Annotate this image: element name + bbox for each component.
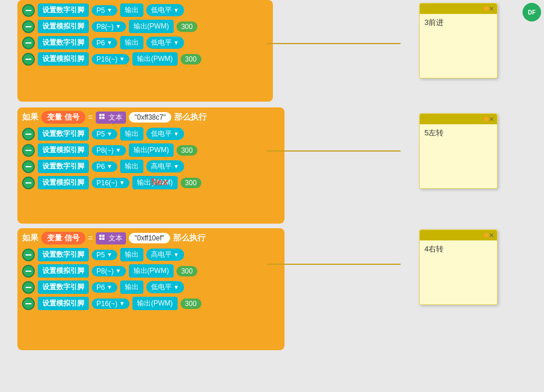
connector-line-top <box>267 35 401 52</box>
dir-label: 输出(PWM) <box>132 52 177 66</box>
minus-button[interactable] <box>22 160 35 173</box>
logo-text: DF <box>528 9 535 16</box>
dir-label: 输出 <box>120 280 143 294</box>
port-pill[interactable]: P5 ▼ <box>92 250 117 260</box>
dir-label: 输出 <box>120 36 143 49</box>
instr-row: 设置模拟引脚 P16(~) ▼ 输出(PWM) 300 <box>22 297 280 310</box>
port-pill[interactable]: P16(~) ▼ <box>92 178 129 188</box>
level-pill[interactable]: 高电平 ▼ <box>146 160 184 172</box>
grid-icon <box>99 235 106 242</box>
minus-button[interactable] <box>22 249 35 261</box>
if-header-row: 如果 变量 信号 = 文本 "0xff38c7" 那么执行 <box>22 111 280 124</box>
instr-row: 设置模拟引脚 P8(~) ▼ 输出(PWM) 300 <box>22 264 280 278</box>
dir-label: 输出(PWM) <box>132 297 177 310</box>
text-block: 文本 <box>96 112 126 124</box>
sticky-dot <box>484 117 489 121</box>
dir-label: 输出 <box>120 248 143 261</box>
sticky-header: ✕ <box>420 114 497 124</box>
port-pill[interactable]: P16(~) ▼ <box>92 299 129 309</box>
instr-label: 设置模拟引脚 <box>38 297 89 310</box>
hex-value: "0xff38c7" <box>129 112 172 123</box>
instr-label: 设置模拟引脚 <box>38 264 89 278</box>
instr-row: 设置模拟引脚 P16(~) ▼ 输出(PWM) 300 <box>22 52 268 66</box>
instr-label: 设置数字引脚 <box>38 280 89 294</box>
instr-label: 设置数字引脚 <box>38 248 89 261</box>
minus-button[interactable] <box>22 53 35 66</box>
top-block: 设置数字引脚 P5 ▼ 输出 低电平 ▼ 设置模拟引脚 P8(~) ▼ 输出(P… <box>17 0 273 102</box>
var-pill[interactable]: 变量 信号 <box>41 232 85 244</box>
minus-button[interactable] <box>22 281 35 294</box>
instr-label: 设置数字引脚 <box>38 160 89 173</box>
df-logo: DF <box>523 3 541 21</box>
minus-button[interactable] <box>22 4 35 17</box>
canvas: DF 设置数字引脚 P5 ▼ 输出 低电平 ▼ 设置模拟引脚 P8(~) ▼ 输… <box>0 0 544 392</box>
eq-label: = <box>88 233 93 243</box>
sticky-close-button[interactable]: ✕ <box>489 5 494 13</box>
instr-row: 设置模拟引脚 P8(~) ▼ 输出(PWM) 300 <box>22 143 280 157</box>
level-pill[interactable]: 低电平 ▼ <box>146 281 184 293</box>
sticky-note-right: ✕ 4右转 <box>419 229 498 305</box>
pwm-value: 300 <box>176 145 197 156</box>
bot-block: 如果 变量 信号 = 文本 "0xff10ef" 那么执行 设置数字引脚 P5 … <box>17 228 284 350</box>
dir-label: 输出 <box>120 160 143 173</box>
text-block: 文本 <box>96 232 126 244</box>
instr-label: 设置数字引脚 <box>38 36 89 49</box>
sticky-header: ✕ <box>420 230 497 240</box>
level-pill[interactable]: 高电平 ▼ <box>146 249 184 261</box>
if-header-row: 如果 变量 信号 = 文本 "0xff10ef" 那么执行 <box>22 232 280 244</box>
instr-row: 设置数字引脚 P6 ▼ 输出 高电平 ▼ <box>22 160 280 173</box>
port-pill[interactable]: P16(~) ▼ <box>92 54 129 64</box>
grid-icon <box>99 114 106 121</box>
dir-label: 输出(PWM) <box>129 143 174 157</box>
sticky-content: 5左转 <box>424 128 492 138</box>
instr-row: 设置数字引脚 P5 ▼ 输出 低电平 ▼ <box>22 127 280 141</box>
sticky-note-left: ✕ 5左转 <box>419 113 498 189</box>
minus-button[interactable] <box>22 144 35 157</box>
pwm-value: 300 <box>181 54 201 64</box>
sticky-dot <box>484 233 489 238</box>
var-pill[interactable]: 变量 信号 <box>41 111 85 124</box>
port-pill[interactable]: P5 ▼ <box>92 129 117 139</box>
mid-block: 如果 变量 信号 = 文本 "0xff38c7" 那么执行 设置数字引脚 P5 … <box>17 107 284 224</box>
sticky-close-button[interactable]: ✕ <box>489 116 494 123</box>
minus-button[interactable] <box>22 37 35 49</box>
dir-label: 输出 <box>120 127 143 141</box>
sticky-close-button[interactable]: ✕ <box>489 232 494 239</box>
minus-button[interactable] <box>22 177 35 189</box>
sticky-content: 4右转 <box>424 244 492 254</box>
port-pill[interactable]: P6 ▼ <box>92 161 117 172</box>
port-pill[interactable]: P6 ▼ <box>92 38 117 48</box>
dir-label: 输出(PWM) <box>129 20 174 33</box>
port-pill[interactable]: P6 ▼ <box>92 282 117 293</box>
pwm-value: 300 <box>176 21 197 32</box>
pwm-value: 300 <box>181 178 201 188</box>
instr-label: 设置数字引脚 <box>38 127 89 141</box>
instr-row: 设置模拟引脚 P8(~) ▼ 输出(PWM) 300 <box>22 20 268 33</box>
sticky-header: ✕ <box>420 3 497 14</box>
instr-label: 设置模拟引脚 <box>38 20 89 33</box>
sticky-content: 3前进 <box>424 17 492 28</box>
minus-button[interactable] <box>22 20 35 33</box>
if-label: 如果 <box>22 112 38 123</box>
port-pill[interactable]: P8(~) ▼ <box>92 145 126 156</box>
nex-label: Nex <box>151 177 168 188</box>
eq-label: = <box>88 113 93 122</box>
instr-row: 设置数字引脚 P6 ▼ 输出 低电平 ▼ <box>22 280 280 294</box>
instr-row: 设置数字引脚 P5 ▼ 输出 低电平 ▼ <box>22 3 268 17</box>
instr-label: 设置数字引脚 <box>38 3 89 17</box>
level-pill[interactable]: 低电平 ▼ <box>146 4 184 16</box>
level-pill[interactable]: 低电平 ▼ <box>146 37 184 49</box>
instr-label: 设置模拟引脚 <box>38 176 89 189</box>
level-pill[interactable]: 低电平 ▼ <box>146 128 184 140</box>
minus-button[interactable] <box>22 265 35 278</box>
hex-value: "0xff10ef" <box>129 233 170 243</box>
connector-line-mid <box>267 142 401 160</box>
port-pill[interactable]: P8(~) ▼ <box>92 21 126 32</box>
dir-label: 输出 <box>120 3 143 17</box>
minus-button[interactable] <box>22 128 35 141</box>
port-pill[interactable]: P8(~) ▼ <box>92 266 126 276</box>
pwm-value: 300 <box>181 299 201 309</box>
if-label: 如果 <box>22 233 38 243</box>
minus-button[interactable] <box>22 297 35 310</box>
port-pill[interactable]: P5 ▼ <box>92 5 117 16</box>
